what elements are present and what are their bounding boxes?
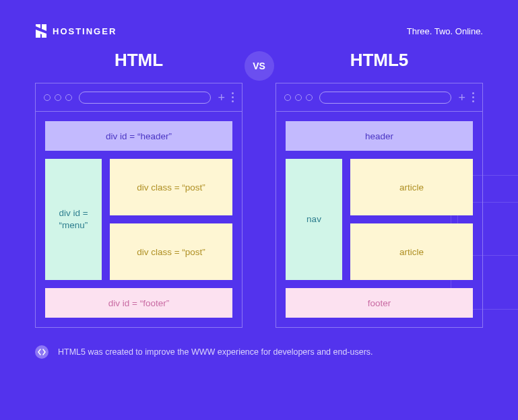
footer-box: div id = “footer” xyxy=(45,288,232,318)
plus-icon: + xyxy=(218,92,225,104)
window-dot-icon xyxy=(44,94,51,101)
url-bar xyxy=(79,92,211,104)
window-dot-icon xyxy=(295,94,302,101)
post-box: div class = “post” xyxy=(110,159,232,215)
window-controls xyxy=(44,94,72,101)
brand-logo: HOSTINGER xyxy=(35,24,117,38)
hostinger-logo-icon xyxy=(35,24,47,38)
kebab-menu-icon xyxy=(472,92,474,102)
brand-name: HOSTINGER xyxy=(53,26,117,36)
comparison-columns: VS HTML + div id = “header” div id = “me… xyxy=(0,50,518,328)
content-row: nav article article xyxy=(286,159,473,280)
url-bar xyxy=(319,92,451,104)
header-box: header xyxy=(286,121,473,151)
brand-tagline: Three. Two. Online. xyxy=(407,26,483,36)
window-dot-icon xyxy=(284,94,291,101)
window-dot-icon xyxy=(55,94,61,101)
vs-badge: VS xyxy=(245,51,274,81)
window-controls xyxy=(284,94,313,101)
article-box: article xyxy=(350,223,473,280)
top-bar: HOSTINGER Three. Two. Online. xyxy=(0,0,518,38)
footnote-text: HTML5 was created to improve the WWW exp… xyxy=(58,347,373,357)
post-box: div class = “post” xyxy=(110,223,232,280)
window-dot-icon xyxy=(65,94,72,101)
column-title-left: HTML xyxy=(115,50,163,71)
browser-chrome: + xyxy=(276,83,482,112)
browser-mock-right: + header nav article article footer xyxy=(276,83,483,328)
posts-column: article article xyxy=(350,159,473,280)
nav-box: nav xyxy=(286,159,342,280)
footnote-row: HTML5 was created to improve the WWW exp… xyxy=(0,345,518,359)
article-box: article xyxy=(350,159,473,215)
column-html5: HTML5 + header nav article article xyxy=(276,50,483,328)
browser-mock-left: + div id = “header” div id = “menu” div … xyxy=(35,83,242,328)
plus-icon: + xyxy=(458,92,465,104)
content-row: div id = “menu” div class = “post” div c… xyxy=(45,159,232,280)
window-dot-icon xyxy=(306,94,313,101)
nav-box: div id = “menu” xyxy=(45,159,102,280)
column-title-right: HTML5 xyxy=(350,50,409,71)
browser-chrome: + xyxy=(36,83,242,112)
column-html: HTML + div id = “header” div id = “menu”… xyxy=(35,50,242,328)
page-layout: div id = “header” div id = “menu” div cl… xyxy=(36,112,242,327)
kebab-menu-icon xyxy=(232,92,234,102)
posts-column: div class = “post” div class = “post” xyxy=(110,159,232,280)
page-layout: header nav article article footer xyxy=(276,112,482,327)
footer-box: footer xyxy=(286,288,473,318)
code-icon xyxy=(35,345,48,359)
header-box: div id = “header” xyxy=(45,121,232,151)
